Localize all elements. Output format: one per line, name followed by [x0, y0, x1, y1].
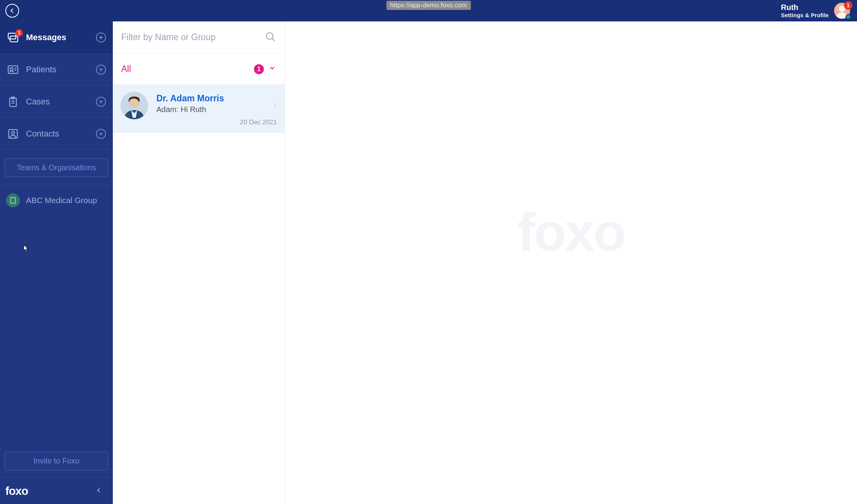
sidebar-item-cases[interactable]: Cases	[0, 86, 113, 118]
back-button[interactable]	[5, 4, 19, 18]
top-bar: https://app-demo.foxo.com Ruth Settings …	[0, 0, 857, 21]
sidebar-item-label: Messages	[26, 33, 66, 42]
brand-logo: foxo	[5, 484, 28, 497]
svg-point-6	[10, 68, 13, 71]
building-icon	[6, 193, 20, 207]
chevron-left-icon	[273, 102, 278, 109]
filter-label: All	[121, 64, 131, 74]
add-patient-button[interactable]	[96, 65, 106, 75]
search-icon[interactable]	[265, 31, 276, 44]
main-content: foxo	[285, 21, 857, 504]
conversation-preview: Adam: Hi Ruth	[156, 105, 277, 114]
user-menu[interactable]: Ruth Settings & Profile 1	[781, 3, 857, 19]
patients-icon	[7, 63, 19, 76]
contacts-icon	[7, 128, 19, 140]
notification-badge: 1	[844, 1, 852, 10]
add-case-button[interactable]	[96, 97, 106, 107]
svg-point-18	[11, 131, 15, 134]
add-contact-button[interactable]	[96, 129, 106, 139]
sidebar: 1 Messages Patients C	[0, 21, 113, 504]
watermark-logo: foxo	[517, 201, 624, 263]
filter-count-badge: 1	[254, 64, 264, 74]
messages-badge: 1	[15, 29, 23, 37]
url-indicator: https://app-demo.foxo.com	[386, 1, 471, 10]
search-input[interactable]	[121, 32, 265, 42]
sidebar-item-patients[interactable]: Patients	[0, 54, 113, 86]
sidebar-item-messages[interactable]: 1 Messages	[0, 21, 113, 54]
svg-rect-21	[11, 198, 15, 203]
svg-line-29	[272, 38, 275, 41]
collapse-sidebar-button[interactable]	[94, 485, 104, 497]
conversations-panel: All 1 Dr. Adam Morris	[113, 21, 285, 504]
sidebar-item-label: Cases	[26, 97, 50, 107]
user-name: Ruth	[781, 3, 829, 12]
add-message-button[interactable]	[96, 33, 106, 42]
org-name: ABC Medical Group	[26, 196, 97, 205]
conversation-item[interactable]: Dr. Adam Morris Adam: Hi Ruth 20 Dec 202…	[113, 85, 285, 133]
sidebar-item-label: Contacts	[26, 129, 59, 139]
org-item[interactable]: ABC Medical Group	[0, 186, 113, 214]
sidebar-item-label: Patients	[26, 65, 57, 75]
filter-dropdown[interactable]: All 1	[113, 54, 285, 85]
user-avatar[interactable]: 1	[834, 3, 850, 19]
presence-dot-icon	[846, 14, 851, 20]
svg-point-28	[266, 33, 273, 39]
contact-avatar	[120, 92, 148, 119]
chevron-down-icon	[268, 64, 276, 74]
teams-organisations-button[interactable]: Teams & Organisations	[5, 158, 108, 177]
conversation-name: Dr. Adam Morris	[156, 93, 277, 104]
conversation-date: 20 Dec 2021	[156, 119, 277, 126]
user-subtitle: Settings & Profile	[781, 12, 829, 18]
sidebar-item-contacts[interactable]: Contacts	[0, 118, 113, 150]
invite-button[interactable]: Invite to Foxo	[5, 452, 108, 470]
messages-icon: 1	[7, 31, 19, 44]
cases-icon	[7, 96, 19, 108]
